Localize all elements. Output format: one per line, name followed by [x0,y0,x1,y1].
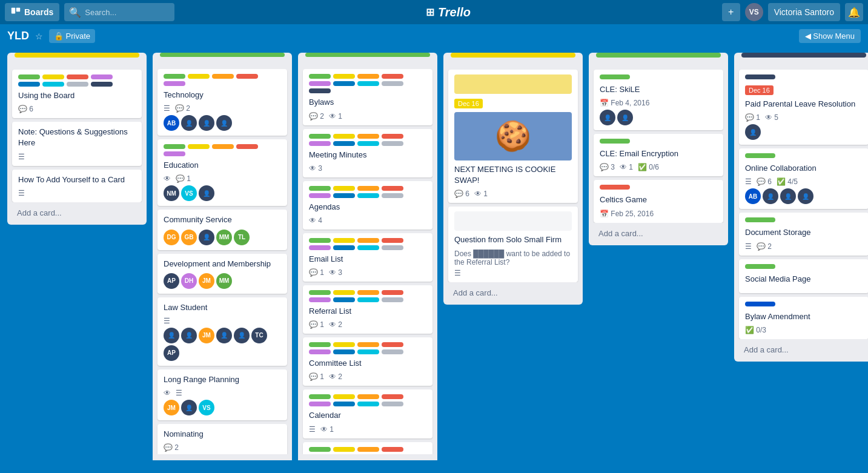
card-2-7[interactable]: Nominating💬 2JRJM👤MWZB [157,424,287,454]
card-3-8[interactable]: Treasury💬 2👁 2 [303,442,432,454]
card-label [382,81,403,86]
star-button[interactable]: ☆ [35,31,43,41]
card-3-2[interactable]: Meeting Minutes👁 3 [303,129,432,177]
card-due-date: Dec 16 [454,99,483,108]
card-3-1[interactable]: Bylaws💬 2👁 1 [303,69,432,125]
card-label [333,186,355,191]
card-meta-item: 👁 3 [309,164,322,173]
card-2-1[interactable]: Technology☰💬 2AB👤👤👤 [157,69,287,136]
card-label [382,290,403,295]
card-meta-item: 👁 1 [329,112,342,121]
boards-button[interactable]: Boards [5,3,59,21]
card-label [382,141,403,146]
card-title: Calendar [309,410,426,421]
search-input[interactable] [85,8,170,17]
card-label [333,402,355,406]
column-3: Bylaws💬 2👁 1Meeting Minutes👁 3Agendas👁 4… [298,53,437,460]
card-title: Paid Parental Leave Resolution [745,99,863,110]
card-meta: 💬 1👁 2 [309,320,426,329]
card-1-3[interactable]: How To Add Yourself to a Card☰ [12,170,142,202]
card-1-2[interactable]: Note: Questions & Suggestions Here☰ [12,122,142,165]
card-labels [309,290,426,302]
card-meta-item: 👁 4 [309,216,322,225]
notifications-button[interactable]: 🔔 [845,3,863,21]
card-meta-item: 👁 2 [329,372,342,381]
card-meta-item: 💬 1 [745,113,760,122]
card-2-3[interactable]: Community ServiceDGGB👤MMTL [157,210,287,250]
card-title: Education [164,160,281,171]
card-avatar: VS [181,185,197,201]
card-title: Note: Questions & Suggestions Here [18,127,136,148]
card-4-1[interactable]: Dec 16🍪NEXT MEETING IS COOKIE SWAP!💬 6👁 … [448,70,578,203]
card-title: Bylaw Amendment [745,311,863,322]
card-5-2[interactable]: CLE: Email Encryption💬 3👁 1✅ 0/6 [594,134,723,176]
card-meta: 💬 1👁 3 [309,268,426,277]
user-menu-button[interactable]: Victoria Santoro [768,3,840,21]
card-title: Online Collaboration [745,163,863,174]
card-label-bar [745,302,775,306]
search-bar[interactable]: 🔍 [64,3,174,21]
card-3-4[interactable]: Email List💬 1👁 3 [303,233,432,282]
board-privacy[interactable]: 🔒 Private [49,29,95,43]
card-label [309,81,331,86]
card-avatars: DGGB👤MMTL [164,230,281,245]
card-3-7[interactable]: Calendar☰👁 1 [303,389,432,438]
card-meta-item: 👁 3 [329,268,342,277]
column-1-cards: Using the Board💬 6Note: Questions & Sugg… [7,70,147,202]
card-3-6[interactable]: Committee List💬 1👁 2 [303,337,432,386]
card-label [18,74,40,79]
column-2-add-card-button[interactable]: Add a card... [157,458,287,460]
card-6-1[interactable]: Dec 16Paid Parental Leave Resolution💬 1👁… [739,70,868,145]
column-1-add-card-button[interactable]: Add a card... [12,206,142,220]
card-3-3[interactable]: Agendas👁 4 [303,181,432,230]
card-6-4[interactable]: Social Media Page [739,259,868,293]
card-4-2[interactable]: Question from Solo Small FirmDoes ██████… [448,207,578,282]
column-6-add-card-button[interactable]: Add a card... [739,343,868,357]
card-1-1[interactable]: Using the Board💬 6 [12,70,142,118]
card-meta-item: 💬 6 [454,190,469,198]
card-label [91,82,113,87]
column-4-add-card-button[interactable]: Add a card... [448,286,578,300]
column-4: Dec 16🍪NEXT MEETING IS COOKIE SWAP!💬 6👁 … [443,53,583,305]
card-6-3[interactable]: Document Storage☰💬 2 [739,213,868,255]
column-4-label-bar [451,53,575,58]
card-label [357,290,379,295]
card-title: Technology [164,90,281,101]
card-title: How To Add Yourself to a Card [18,174,136,185]
card-avatar: 👤 [181,400,197,415]
card-label [309,349,331,354]
card-5-3[interactable]: Celtics Game📅 Feb 25, 2016 [594,180,723,222]
card-label [188,74,210,79]
column-5-add-card-button[interactable]: Add a card... [594,227,723,240]
card-title: Using the Board [18,90,136,101]
card-meta-item: 👁 2 [329,320,342,329]
card-avatars: AB👤👤👤 [745,188,863,204]
card-labels [309,342,426,354]
card-meta: 👁 4 [309,216,426,225]
card-label [309,141,331,146]
card-meta-item: 👁 1 [320,425,334,434]
card-5-1[interactable]: CLE: SkiLE📅 Feb 4, 2016👤👤 [594,70,723,130]
card-meta-item: 👁 5 [765,113,778,122]
card-meta-item: ☰ [454,269,461,277]
card-avatar: JM [199,328,214,343]
card-meta-item: 👁 1 [620,163,633,171]
card-input-placeholder [454,74,572,94]
card-avatar: 👤 [199,185,214,201]
card-3-5[interactable]: Referral List💬 1👁 2 [303,285,432,334]
card-label [164,81,185,86]
card-avatar: TC [251,328,267,343]
card-2-4[interactable]: Development and MembershipAPDHJMMM [157,254,287,294]
card-meta-item: 💬 2 [175,104,190,113]
column-1-footer: Add a card... [7,202,147,225]
card-6-2[interactable]: Online Collaboration☰💬 6✅ 4/5AB👤👤👤 [739,148,868,209]
card-2-5[interactable]: Law Student☰👤👤JM👤👤TCAP [157,297,287,366]
card-label [357,402,379,406]
card-2-2[interactable]: Education👁💬 1NMVS👤 [157,139,287,206]
column-3-add-card-button[interactable]: Add a card... [303,458,432,460]
column-3-cards: Bylaws💬 2👁 1Meeting Minutes👁 3Agendas👁 4… [298,69,437,454]
show-menu-button[interactable]: ◀ Show Menu [799,29,861,43]
card-2-6[interactable]: Long Range Planning👁☰JM👤VS [157,369,287,420]
card-6-5[interactable]: Bylaw Amendment✅ 0/3 [739,297,868,339]
add-button[interactable]: + [722,3,740,21]
